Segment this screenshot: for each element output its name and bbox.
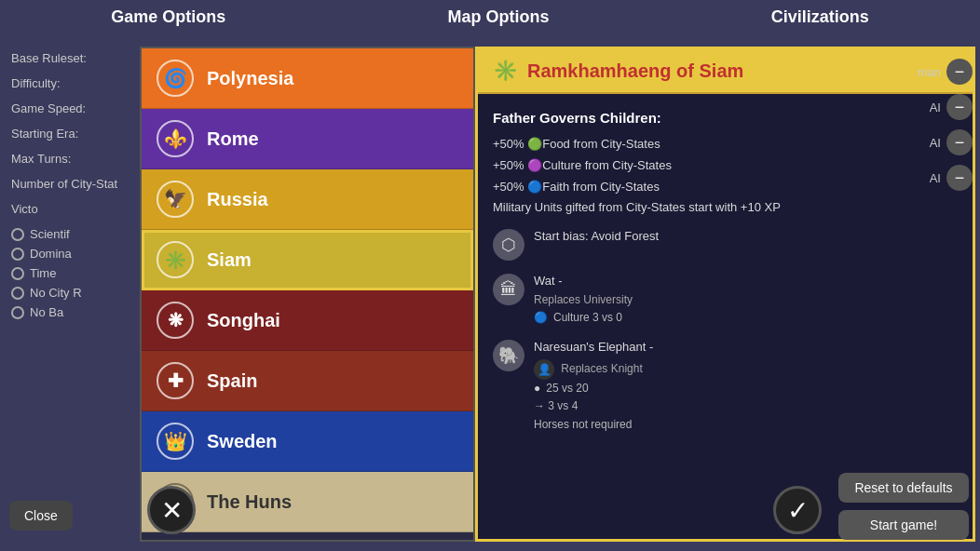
- dialog-container: 🌀Polynesia⚜️Rome🦅Russia✳️Siam❋Songhai✚Sp…: [140, 47, 975, 542]
- victory-label: Victo: [11, 202, 38, 216]
- civ-icon-songhai: ❋: [157, 302, 194, 339]
- unique2-icon: 🐘: [493, 340, 524, 371]
- unique2-row: 🐘 Naresuan's Elephant - 👤 Replaces Knigh…: [493, 338, 958, 433]
- civ-name-sweden: Sweden: [207, 431, 278, 452]
- player-minus-button-0[interactable]: −: [946, 59, 973, 85]
- unique1-row: 🏛 Wat - Replaces University 🔵 Culture 3 …: [493, 272, 958, 327]
- unique2-stat2-val: → 3 vs 4: [534, 397, 578, 415]
- player-row-3: AI−: [880, 165, 973, 191]
- player-minus-button-2[interactable]: −: [946, 129, 973, 155]
- start-bias-row: ⬡ Start bias: Avoid Forest: [493, 227, 958, 261]
- start-bias-icon: ⬡: [493, 229, 524, 261]
- time-option[interactable]: Time: [11, 266, 138, 280]
- civ-icon-rome: ⚜️: [157, 120, 194, 157]
- top-nav: Game Options Map Options Civilizations: [0, 0, 980, 34]
- nav-game-options[interactable]: Game Options: [111, 7, 225, 27]
- unique1-text: Wat - Replaces University 🔵 Culture 3 vs…: [534, 272, 958, 327]
- civ-item-polynesia[interactable]: 🌀Polynesia: [142, 48, 473, 109]
- unique1-name: Wat -: [534, 272, 958, 291]
- civ-item-rome[interactable]: ⚜️Rome: [142, 109, 473, 169]
- civ-name-russia: Russia: [207, 189, 268, 210]
- num-city-states-row: Number of City-Stat: [11, 177, 138, 191]
- unique2-sub: 👤 Replaces Knight: [534, 357, 958, 380]
- scientific-label: Scientif: [30, 227, 70, 241]
- civ-list[interactable]: 🌀Polynesia⚜️Rome🦅Russia✳️Siam❋Songhai✚Sp…: [140, 47, 475, 542]
- unique1-icon: 🏛: [493, 274, 524, 305]
- civ-item-russia[interactable]: 🦅Russia: [142, 169, 473, 230]
- no-barbarians-label: No Ba: [30, 305, 63, 319]
- confirm-check-button[interactable]: ✓: [773, 486, 822, 534]
- close-x-button[interactable]: ✕: [147, 486, 196, 534]
- player-label-3: AI: [930, 171, 941, 185]
- domination-radio[interactable]: [11, 248, 24, 261]
- civ-name-rome: Rome: [207, 128, 259, 150]
- civ-item-spain[interactable]: ✚Spain: [142, 351, 473, 411]
- player-label-1: AI: [930, 101, 941, 114]
- bottom-right-buttons: Reset to defaults Start game!: [838, 473, 969, 540]
- check-icon: ✓: [787, 495, 809, 526]
- time-radio[interactable]: [11, 267, 24, 280]
- civ-name-spain: Spain: [207, 370, 257, 392]
- player-row-2: AI−: [880, 129, 973, 155]
- civ-icon-polynesia: 🌀: [157, 60, 194, 97]
- civ-item-songhai[interactable]: ❋Songhai: [142, 290, 473, 351]
- civ-item-sweden[interactable]: 👑Sweden: [142, 411, 473, 472]
- civ-icon-spain: ✚: [157, 362, 194, 399]
- victory-label-row: Victo: [11, 202, 138, 216]
- unique2-sub-icon: 👤: [534, 359, 554, 380]
- unique2-stat3: Horses not required: [534, 416, 958, 434]
- num-city-states-label: Number of City-Stat: [11, 177, 117, 191]
- unique2-sub-label: Replaces Knight: [561, 363, 642, 376]
- difficulty-label: Difficulty:: [11, 76, 61, 90]
- unique2-name: Naresuan's Elephant -: [534, 338, 958, 357]
- left-panel: Base Ruleset: Difficulty: Game Speed: St…: [0, 42, 149, 334]
- nav-map-options[interactable]: Map Options: [448, 7, 550, 27]
- unique2-stat1-val: 25 vs 20: [546, 380, 588, 397]
- difficulty-row: Difficulty:: [11, 76, 138, 90]
- game-speed-row: Game Speed:: [11, 101, 138, 115]
- civ-name-songhai: Songhai: [207, 310, 280, 331]
- starting-era-label: Starting Era:: [11, 127, 78, 141]
- close-text-button[interactable]: Close: [9, 501, 73, 531]
- domination-label: Domina: [30, 247, 72, 261]
- no-city-label: No City R: [30, 286, 82, 300]
- player-label-0: man: [918, 65, 941, 79]
- start-bias-text: Start bias: Avoid Forest: [534, 227, 958, 247]
- civ-name-siam: Siam: [207, 249, 252, 271]
- start-game-button[interactable]: Start game!: [838, 510, 969, 540]
- domination-option[interactable]: Domina: [11, 247, 138, 261]
- starting-era-row: Starting Era:: [11, 127, 138, 141]
- reset-defaults-button[interactable]: Reset to defaults: [838, 473, 969, 503]
- civ-item-siam[interactable]: ✳️Siam: [142, 230, 473, 290]
- unique2-text: Naresuan's Elephant - 👤 Replaces Knight …: [534, 338, 958, 433]
- player-minus-button-3[interactable]: −: [946, 165, 973, 191]
- no-barbarians-option[interactable]: No Ba: [11, 305, 138, 319]
- right-panel: man−AI−AI−AI−: [873, 42, 980, 209]
- max-turns-label: Max Turns:: [11, 152, 71, 166]
- civ-icon-sweden: 👑: [157, 423, 194, 460]
- unique2-stat2: → 3 vs 4: [534, 397, 958, 415]
- nav-civilizations[interactable]: Civilizations: [771, 7, 869, 27]
- player-row-0: man−: [880, 59, 973, 85]
- player-label-2: AI: [930, 136, 941, 150]
- siam-icon: ✳️: [493, 59, 518, 83]
- no-barbarians-radio[interactable]: [11, 306, 24, 319]
- civ-icon-siam: ✳️: [157, 241, 194, 278]
- start-bias-label: Start bias: Avoid Forest: [534, 229, 659, 243]
- unique1-stat-val: Culture 3 vs 0: [553, 309, 622, 327]
- no-city-option[interactable]: No City R: [11, 286, 138, 300]
- civ-icon-russia: 🦅: [157, 181, 194, 218]
- game-speed-label: Game Speed:: [11, 101, 86, 115]
- no-city-radio[interactable]: [11, 287, 24, 300]
- base-ruleset-row: Base Ruleset:: [11, 51, 138, 65]
- player-minus-button-1[interactable]: −: [946, 94, 973, 120]
- civ-name-the-huns: The Huns: [207, 491, 292, 513]
- unique2-stat1: ● 25 vs 20: [534, 380, 958, 397]
- scientific-radio[interactable]: [11, 228, 24, 241]
- civ-name-polynesia: Polynesia: [207, 68, 293, 89]
- base-ruleset-label: Base Ruleset:: [11, 51, 87, 65]
- unique2-stat3-val: Horses not required: [534, 416, 632, 434]
- scientific-option[interactable]: Scientif: [11, 227, 138, 241]
- close-x-icon: ✕: [161, 495, 183, 526]
- unique1-stat: 🔵 Culture 3 vs 0: [534, 309, 958, 327]
